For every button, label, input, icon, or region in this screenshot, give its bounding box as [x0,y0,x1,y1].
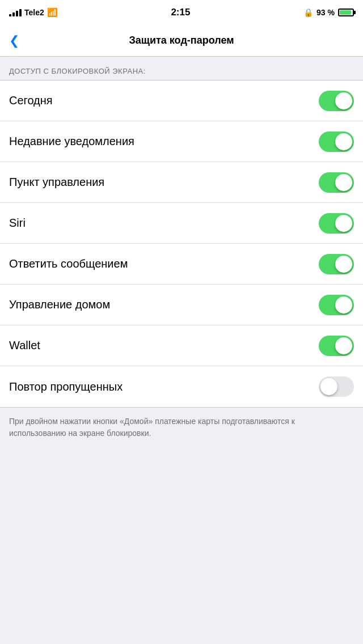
row-label-2: Пункт управления [9,176,104,189]
settings-row: Ответить сообщением [0,244,363,285]
row-label-0: Сегодня [9,94,53,107]
toggle-thumb-2 [335,174,352,191]
settings-row: Пункт управления [0,162,363,203]
battery-container [338,9,354,16]
wifi-icon: 📶 [47,7,58,18]
toggle-track-2 [319,172,354,193]
settings-row: Недавние уведомления [0,121,363,162]
chevron-left-icon: ❮ [9,35,19,47]
row-label-6: Wallet [9,339,40,352]
row-label-3: Siri [9,217,26,230]
toggle-3[interactable] [319,213,354,234]
toggle-2[interactable] [319,172,354,193]
status-left: Tele2 📶 [9,7,58,18]
toggle-6[interactable] [319,336,354,356]
toggle-track-7 [319,376,354,397]
toggle-thumb-7 [320,378,337,395]
back-button[interactable]: ❮ [9,35,20,47]
settings-group: СегодняНедавние уведомленияПункт управле… [0,80,363,408]
settings-row: Управление домом [0,285,363,325]
toggle-1[interactable] [319,132,354,152]
toggle-track-3 [319,213,354,234]
status-bar: Tele2 📶 2:15 🔒 93 % [0,0,363,25]
status-right: 🔒 93 % [303,8,354,17]
battery-percent: 93 % [316,8,335,17]
row-label-4: Ответить сообщением [9,257,128,270]
signal-bars [9,9,22,16]
toggle-thumb-5 [335,296,352,313]
toggle-5[interactable] [319,295,354,315]
toggle-4[interactable] [319,254,354,274]
toggle-thumb-6 [335,337,352,354]
toggle-thumb-0 [335,92,352,109]
battery-fill [340,10,351,15]
toggle-thumb-1 [335,133,352,150]
page-title: Защита код-паролем [129,35,234,46]
nav-bar: ❮ Защита код-паролем [0,25,363,57]
footer-note: При двойном нажатии кнопки «Домой» плате… [0,408,363,451]
toggle-track-1 [319,132,354,152]
settings-row: Повтор пропущенных [0,366,363,407]
settings-row: Siri [0,203,363,244]
lock-icon: 🔒 [303,8,313,17]
row-label-1: Недавние уведомления [9,135,134,148]
battery-box [338,9,354,16]
toggle-thumb-4 [335,256,352,273]
toggle-track-6 [319,336,354,356]
toggle-0[interactable] [319,91,354,111]
row-label-7: Повтор пропущенных [9,380,123,393]
carrier-label: Tele2 [24,8,44,17]
row-label-5: Управление домом [9,298,110,311]
toggle-track-4 [319,254,354,274]
section-header: ДОСТУП С БЛОКИРОВКОЙ ЭКРАНА: [0,57,363,80]
settings-row: Wallet [0,325,363,366]
toggle-track-5 [319,295,354,315]
toggle-thumb-3 [335,215,352,232]
toggle-7[interactable] [319,376,354,397]
settings-row: Сегодня [0,80,363,121]
toggle-track-0 [319,91,354,111]
status-time: 2:15 [171,7,190,18]
